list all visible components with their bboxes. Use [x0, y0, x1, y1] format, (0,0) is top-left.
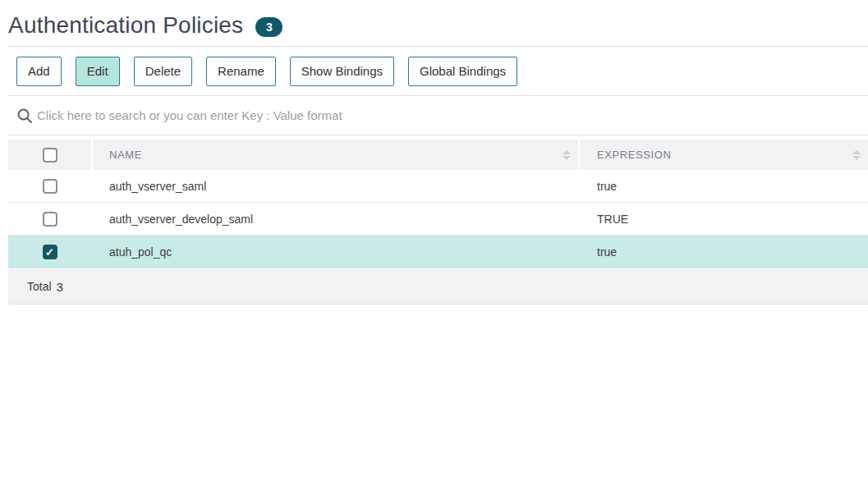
row-name-cell: atuh_pol_qc	[91, 245, 578, 259]
checkmark-icon: ✓	[45, 247, 54, 258]
row-checkbox[interactable]	[43, 212, 57, 227]
page-title: Authentication Policies	[8, 12, 243, 39]
row-expression-cell: true	[578, 245, 868, 259]
column-header-expression-label: EXPRESSION	[597, 149, 672, 161]
table-row[interactable]: auth_vserver_saml true	[8, 170, 868, 203]
row-checkbox[interactable]	[43, 179, 57, 194]
delete-button[interactable]: Delete	[134, 57, 192, 86]
sort-icon[interactable]	[852, 150, 861, 160]
global-bindings-button[interactable]: Global Bindings	[408, 57, 517, 86]
search-icon	[16, 108, 33, 124]
table-row[interactable]: ✓ atuh_pol_qc true	[8, 236, 868, 268]
table-row[interactable]: auth_vserver_develop_saml TRUE	[8, 203, 868, 236]
table-header: NAME EXPRESSION	[8, 140, 868, 170]
column-header-expression[interactable]: EXPRESSION	[580, 140, 868, 170]
column-header-name-label: NAME	[109, 149, 142, 161]
row-checkbox-cell: ✓	[8, 245, 91, 259]
row-checkbox[interactable]: ✓	[43, 245, 57, 259]
edit-button[interactable]: Edit	[76, 57, 120, 86]
select-all-checkbox[interactable]	[43, 148, 57, 163]
toolbar: Add Edit Delete Rename Show Bindings Glo…	[8, 46, 868, 96]
row-checkbox-cell	[8, 212, 91, 227]
search-bar	[8, 96, 868, 135]
add-button[interactable]: Add	[16, 57, 62, 86]
row-name-cell: auth_vserver_develop_saml	[91, 213, 578, 226]
title-bar: Authentication Policies 3	[0, 0, 868, 46]
row-checkbox-cell	[8, 179, 91, 194]
column-header-name[interactable]: NAME	[93, 140, 578, 170]
show-bindings-button[interactable]: Show Bindings	[290, 57, 394, 86]
count-badge: 3	[255, 17, 282, 37]
table-footer: Total 3	[8, 268, 868, 305]
row-expression-cell: true	[578, 180, 868, 193]
select-all-header-cell	[8, 140, 91, 170]
total-value: 3	[57, 280, 63, 294]
policies-table: NAME EXPRESSION auth_vserver_saml true a…	[8, 140, 868, 305]
row-name-cell: auth_vserver_saml	[91, 180, 578, 193]
search-input[interactable]	[37, 96, 868, 135]
total-label: Total	[27, 280, 52, 293]
sort-icon[interactable]	[563, 150, 571, 160]
row-expression-cell: TRUE	[578, 213, 868, 226]
rename-button[interactable]: Rename	[206, 57, 276, 86]
